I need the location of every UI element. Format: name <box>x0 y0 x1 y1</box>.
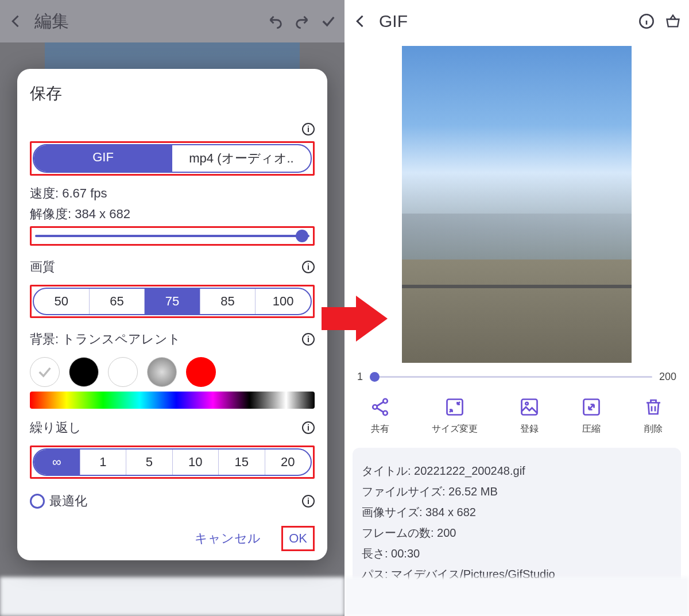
format-toggle[interactable]: GIF mp4 (オーディオ.. <box>33 144 312 173</box>
resolution-slider-highlight <box>30 226 315 246</box>
share-icon <box>370 397 390 417</box>
quality-segment[interactable]: 50 65 75 85 100 <box>33 288 312 315</box>
resize-label: サイズ変更 <box>432 423 478 435</box>
delete-label: 削除 <box>644 423 663 435</box>
swatch-black[interactable] <box>69 357 99 387</box>
repeat-20[interactable]: 20 <box>265 450 311 475</box>
svg-line-6 <box>377 402 384 406</box>
detail-filesize: ファイルサイズ: 26.52 MB <box>362 484 672 499</box>
result-topbar: GIF <box>344 0 689 42</box>
resize-icon <box>444 397 465 417</box>
repeat-infinite[interactable]: ∞ <box>34 450 80 475</box>
resolution-slider[interactable] <box>33 229 312 243</box>
repeat-highlight: ∞ 1 5 10 15 20 <box>30 445 315 479</box>
background-swatches <box>30 357 315 387</box>
resolution-label: 解像度: 384 x 682 <box>30 206 315 223</box>
info-icon[interactable]: i <box>302 261 315 273</box>
compress-button[interactable]: 圧縮 <box>581 397 602 435</box>
swatch-red[interactable] <box>186 357 216 387</box>
register-button[interactable]: 登録 <box>519 397 540 435</box>
scrub-thumb[interactable] <box>370 372 380 382</box>
repeat-1[interactable]: 1 <box>80 450 127 475</box>
swatch-white[interactable] <box>108 357 138 387</box>
quality-label: 画質 <box>30 258 55 276</box>
detail-imgsize: 画像サイズ: 384 x 682 <box>362 505 672 520</box>
share-button[interactable]: 共有 <box>370 397 390 435</box>
result-title: GIF <box>379 11 628 31</box>
detail-frames: フレームの数: 200 <box>362 525 672 541</box>
back-icon[interactable] <box>353 13 369 29</box>
color-gradient-picker[interactable] <box>30 392 315 409</box>
swatch-grey[interactable] <box>147 357 177 387</box>
register-label: 登録 <box>520 423 539 435</box>
action-bar: 共有 サイズ変更 登録 圧縮 削除 <box>344 391 689 448</box>
detail-title: タイトル: 20221222_200248.gif <box>362 463 672 479</box>
quality-85[interactable]: 85 <box>200 289 256 314</box>
detail-length: 長さ: 00:30 <box>362 546 672 561</box>
repeat-15[interactable]: 15 <box>219 450 265 475</box>
scrub-end: 200 <box>659 371 676 383</box>
file-details: タイトル: 20221222_200248.gif ファイルサイズ: 26.52… <box>353 448 681 598</box>
swatch-transparent[interactable] <box>30 357 60 387</box>
dialog-title: 保存 <box>30 83 315 104</box>
compress-icon <box>581 397 602 417</box>
format-gif[interactable]: GIF <box>34 145 172 172</box>
dialog-buttons: キャンセル OK <box>30 526 315 551</box>
info-icon[interactable]: i <box>302 421 315 434</box>
repeat-label: 繰り返し <box>30 419 82 436</box>
scrub-track[interactable] <box>370 376 652 378</box>
svg-rect-8 <box>447 400 463 415</box>
optimize-label: 最適化 <box>49 493 87 510</box>
svg-rect-9 <box>522 400 537 415</box>
optimize-radio[interactable] <box>30 494 45 509</box>
save-dialog: 保存 i GIF mp4 (オーディオ.. 速度: 6.67 fps 解像度: … <box>17 69 327 560</box>
result-screen: GIF 1 200 共有 サイズ変更 登録 圧縮 削除 <box>344 0 689 616</box>
info-icon[interactable]: i <box>302 495 315 507</box>
info-icon[interactable]: i <box>302 123 315 135</box>
repeat-5[interactable]: 5 <box>126 450 173 475</box>
info-icon[interactable] <box>638 13 655 29</box>
blurred-ad <box>0 577 344 616</box>
ok-button[interactable]: OK <box>281 526 315 551</box>
svg-point-10 <box>525 402 528 405</box>
compress-label: 圧縮 <box>582 423 601 435</box>
trash-icon <box>643 397 664 417</box>
transition-arrow-icon <box>322 293 390 344</box>
editor-screen: 編集 保存 i GIF mp4 (オーディオ.. 速度: 6.67 fps 解像… <box>0 0 344 616</box>
info-icon[interactable]: i <box>302 333 315 346</box>
format-highlight: GIF mp4 (オーディオ.. <box>30 141 315 176</box>
image-icon <box>519 397 540 417</box>
blurred-ad <box>344 577 689 616</box>
cancel-button[interactable]: キャンセル <box>189 526 266 551</box>
resize-button[interactable]: サイズ変更 <box>432 397 478 435</box>
frame-scrubber: 1 200 <box>344 363 689 391</box>
svg-line-7 <box>377 408 384 413</box>
speed-label: 速度: 6.67 fps <box>30 185 315 202</box>
quality-100[interactable]: 100 <box>256 289 311 314</box>
delete-button[interactable]: 削除 <box>643 397 664 435</box>
format-mp4[interactable]: mp4 (オーディオ.. <box>172 145 311 172</box>
quality-65[interactable]: 65 <box>90 289 145 314</box>
repeat-10[interactable]: 10 <box>173 450 219 475</box>
scrub-start: 1 <box>357 371 363 383</box>
quality-highlight: 50 65 75 85 100 <box>30 285 315 318</box>
quality-50[interactable]: 50 <box>34 289 90 314</box>
background-label: 背景: トランスペアレント <box>30 331 181 348</box>
basket-icon[interactable] <box>665 13 681 29</box>
share-label: 共有 <box>371 423 389 435</box>
quality-75[interactable]: 75 <box>145 289 200 314</box>
result-image <box>402 46 632 363</box>
repeat-segment[interactable]: ∞ 1 5 10 15 20 <box>33 448 312 476</box>
